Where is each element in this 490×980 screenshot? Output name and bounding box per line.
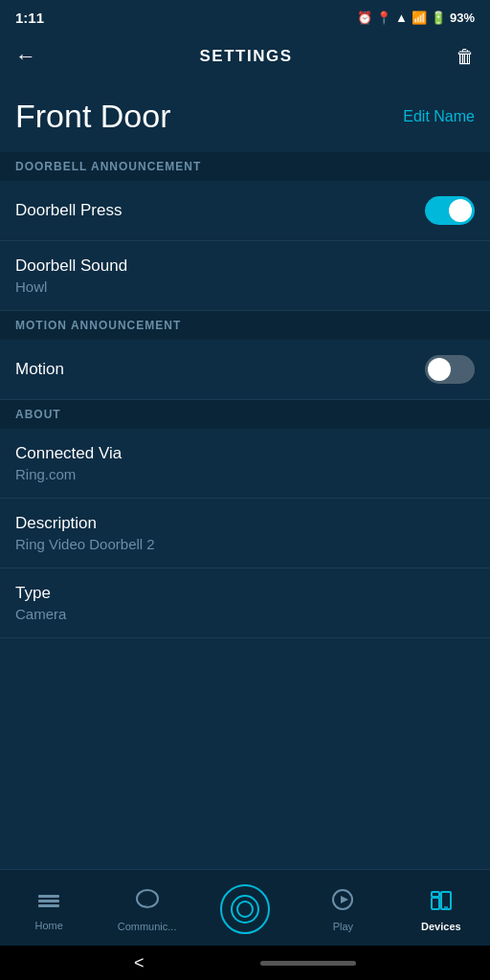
motion-row: Motion <box>0 340 490 400</box>
nav-item-home[interactable]: Home <box>0 889 98 931</box>
nav-home-label: Home <box>35 920 63 931</box>
svg-point-5 <box>232 896 258 923</box>
type-label: Type <box>15 584 475 603</box>
svg-point-6 <box>237 902 253 917</box>
svg-rect-1 <box>38 900 59 902</box>
device-header: Front Door Edit Name <box>0 78 490 152</box>
type-value: Camera <box>15 606 475 622</box>
connected-via-value: Ring.com <box>15 466 475 482</box>
device-name: Front Door <box>15 98 171 135</box>
description-value: Ring Video Doorbell 2 <box>15 536 475 552</box>
alexa-button[interactable] <box>220 884 270 934</box>
devices-icon <box>429 888 454 917</box>
section-header-motion: MOTION ANNOUNCEMENT <box>0 311 490 340</box>
nav-item-alexa[interactable] <box>196 884 294 936</box>
home-pill <box>260 961 356 966</box>
doorbell-press-row: Doorbell Press <box>0 181 490 241</box>
battery-icon: 🔋 <box>431 11 446 25</box>
battery-level: 93% <box>450 11 475 25</box>
bottom-nav: Home Communic... Play <box>0 869 490 946</box>
signal-icon: 📶 <box>412 11 427 25</box>
section-header-doorbell: DOORBELL ANNOUNCEMENT <box>0 152 490 181</box>
status-bar: 1:11 ⏰ 📍 ▲ 📶 🔋 93% <box>0 0 490 34</box>
settings-content: Front Door Edit Name DOORBELL ANNOUNCEME… <box>0 78 490 869</box>
section-header-about: ABOUT <box>0 400 490 429</box>
edit-name-button[interactable]: Edit Name <box>403 108 475 125</box>
doorbell-press-toggle[interactable] <box>425 196 475 225</box>
motion-toggle[interactable] <box>425 355 475 384</box>
nav-item-communicate[interactable]: Communic... <box>98 888 195 932</box>
svg-point-3 <box>137 890 158 907</box>
doorbell-press-label: Doorbell Press <box>15 201 122 220</box>
nav-devices-label: Devices <box>421 921 461 932</box>
play-icon <box>331 888 354 917</box>
svg-rect-2 <box>38 904 59 907</box>
description-label: Description <box>15 514 475 533</box>
status-time: 1:11 <box>15 10 44 26</box>
wifi-icon: ▲ <box>395 11 408 25</box>
svg-marker-8 <box>341 896 348 903</box>
top-nav: ← SETTINGS 🗑 <box>0 34 490 78</box>
nav-item-devices[interactable]: Devices <box>392 888 490 932</box>
description-row: Description Ring Video Doorbell 2 <box>0 499 490 568</box>
toggle-knob <box>449 199 472 222</box>
doorbell-sound-label: Doorbell Sound <box>15 256 475 276</box>
svg-rect-10 <box>432 892 439 897</box>
location-icon: 📍 <box>376 11 391 25</box>
communicate-icon <box>135 888 160 917</box>
svg-rect-0 <box>38 895 59 898</box>
back-button[interactable]: ← <box>15 44 36 69</box>
svg-rect-9 <box>432 898 439 909</box>
type-row: Type Camera <box>0 568 490 638</box>
status-icons: ⏰ 📍 ▲ 📶 🔋 93% <box>357 11 475 25</box>
nav-play-label: Play <box>333 921 353 932</box>
doorbell-sound-value: Howl <box>15 278 475 295</box>
doorbell-sound-row[interactable]: Doorbell Sound Howl <box>0 241 490 311</box>
connected-via-label: Connected Via <box>15 444 475 463</box>
nav-communicate-label: Communic... <box>118 921 177 932</box>
nav-item-play[interactable]: Play <box>294 888 391 932</box>
toggle-knob-motion <box>428 358 451 381</box>
alarm-icon: ⏰ <box>357 11 372 25</box>
connected-via-row: Connected Via Ring.com <box>0 429 490 499</box>
back-chevron[interactable]: < <box>134 953 145 973</box>
home-icon <box>36 889 61 916</box>
page-title: SETTINGS <box>199 47 292 66</box>
delete-button[interactable]: 🗑 <box>456 46 475 68</box>
home-bar: < <box>0 946 490 980</box>
motion-label: Motion <box>15 360 64 379</box>
